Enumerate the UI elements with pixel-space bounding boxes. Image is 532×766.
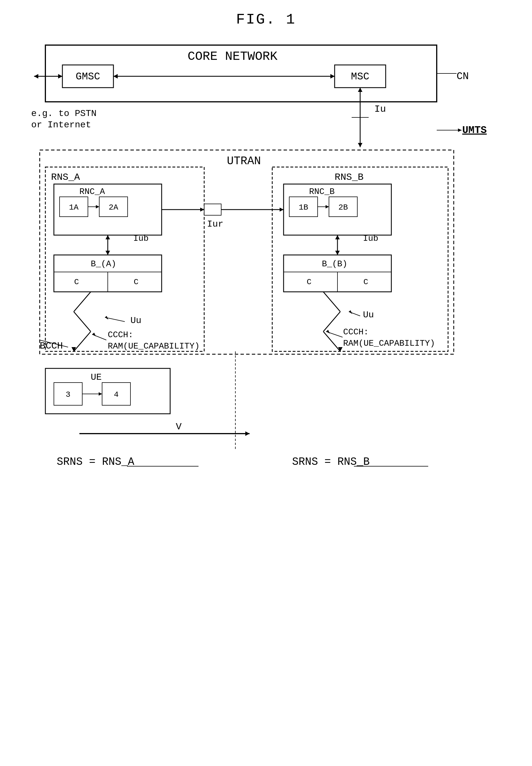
svg-marker-45 (280, 208, 284, 212)
core-network-label: CORE NETWORK (188, 49, 278, 64)
bcch-label: BCCH (40, 341, 63, 351)
svg-marker-42 (200, 208, 204, 212)
iur-label: Iur (207, 219, 223, 229)
ccch-right-ram: RAM(UE_CAPABILITY) (343, 339, 435, 348)
node-1a: 1A (69, 203, 79, 212)
svg-rect-16 (40, 150, 454, 354)
srns-a-label: SRNS = RNS_A (57, 456, 134, 468)
svg-line-59 (323, 332, 340, 351)
svg-line-48 (74, 292, 91, 312)
cell-a1: C (74, 278, 79, 286)
svg-marker-12 (358, 143, 362, 147)
msc-label: MSC (351, 71, 370, 83)
eg-label: e.g. to PSTN (31, 108, 96, 119)
node-1b: 1B (299, 203, 308, 212)
node-2a: 2A (109, 203, 118, 212)
svg-line-46 (105, 317, 125, 322)
bs-b-label: B_(B) (322, 259, 347, 269)
svg-marker-5 (58, 74, 62, 79)
svg-marker-4 (34, 74, 38, 79)
rnc-b-label: RNC_B (309, 187, 335, 197)
rns-b-label: RNS_B (335, 172, 364, 183)
ue-label: UE (91, 372, 102, 383)
svg-marker-11 (358, 88, 362, 92)
svg-line-49 (74, 312, 91, 332)
svg-marker-62 (326, 330, 330, 334)
rnc-a-label: RNC_A (79, 187, 105, 197)
ccch-left-label: CCCH: (108, 330, 133, 340)
svg-marker-7 (330, 74, 335, 79)
svg-line-57 (323, 292, 340, 312)
node-2b: 2B (338, 203, 348, 212)
svg-marker-8 (113, 74, 118, 79)
iu-label: Iu (374, 104, 386, 115)
umts-label: UMTS (462, 124, 487, 136)
ccch-left-ram: RAM(UE_CAPABILITY) (108, 341, 200, 351)
main-diagram: CORE NETWORK GMSC MSC CN e.g. to PSTN or… (23, 39, 509, 766)
cell-b2: C (364, 278, 368, 286)
bs-a-label: B_(A) (91, 259, 116, 269)
v-label: V (176, 421, 182, 432)
iub-b-label: Iub (363, 234, 378, 243)
svg-marker-24 (105, 235, 110, 239)
uu-left-label: Uu (130, 315, 141, 326)
iub-a-label: Iub (133, 234, 149, 243)
svg-marker-37 (335, 251, 340, 255)
cell-b1: C (307, 278, 312, 286)
svg-marker-54 (92, 333, 96, 336)
gmsc-label: GMSC (76, 71, 100, 83)
svg-marker-15 (458, 128, 462, 132)
svg-marker-36 (335, 235, 340, 239)
ccch-right-label: CCCH: (343, 327, 369, 337)
utran-label: UTRAN (227, 155, 261, 168)
svg-rect-43 (204, 204, 221, 215)
svg-line-50 (74, 332, 91, 351)
rns-a-label: RNS_A (51, 172, 80, 183)
uu-right-label: Uu (363, 310, 374, 320)
figure-title: FIG. 1 (23, 11, 509, 28)
svg-line-58 (323, 312, 340, 332)
cell-a2: C (134, 278, 139, 286)
svg-marker-69 (245, 431, 250, 436)
node-4: 4 (114, 390, 119, 399)
svg-marker-25 (105, 251, 110, 255)
or-internet-label: or Internet (31, 120, 91, 130)
node-3: 3 (66, 390, 71, 399)
cn-label: CN (457, 71, 469, 82)
